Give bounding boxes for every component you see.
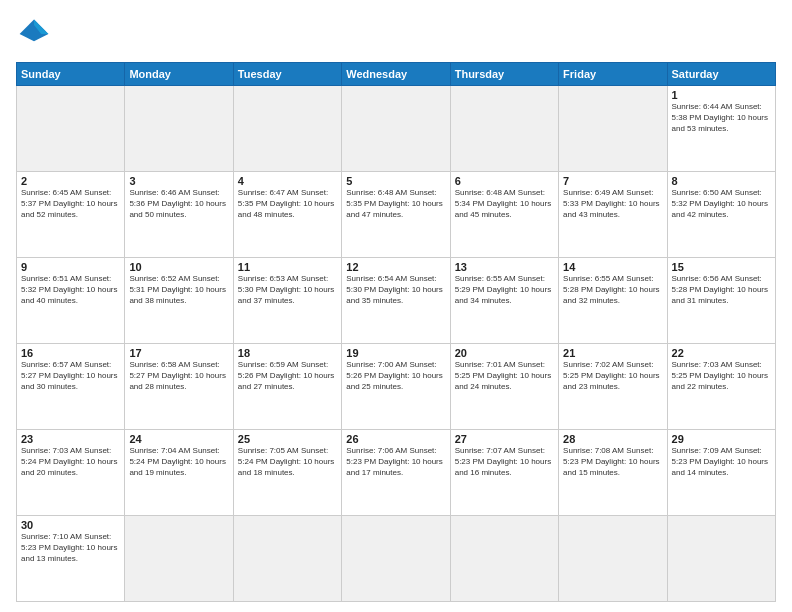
day-number: 9 xyxy=(21,261,120,273)
calendar-cell: 5Sunrise: 6:48 AM Sunset: 5:35 PM Daylig… xyxy=(342,172,450,258)
day-number: 3 xyxy=(129,175,228,187)
day-number: 5 xyxy=(346,175,445,187)
day-info: Sunrise: 7:09 AM Sunset: 5:23 PM Dayligh… xyxy=(672,446,771,478)
day-number: 29 xyxy=(672,433,771,445)
weekday-header-monday: Monday xyxy=(125,63,233,86)
header xyxy=(16,16,776,52)
day-info: Sunrise: 7:03 AM Sunset: 5:25 PM Dayligh… xyxy=(672,360,771,392)
day-info: Sunrise: 7:01 AM Sunset: 5:25 PM Dayligh… xyxy=(455,360,554,392)
day-info: Sunrise: 7:05 AM Sunset: 5:24 PM Dayligh… xyxy=(238,446,337,478)
calendar-cell xyxy=(233,516,341,602)
calendar-cell xyxy=(125,516,233,602)
calendar-cell: 22Sunrise: 7:03 AM Sunset: 5:25 PM Dayli… xyxy=(667,344,775,430)
calendar-cell xyxy=(17,86,125,172)
day-number: 2 xyxy=(21,175,120,187)
day-number: 22 xyxy=(672,347,771,359)
logo xyxy=(16,16,56,52)
day-number: 19 xyxy=(346,347,445,359)
calendar-cell xyxy=(667,516,775,602)
week-row-5: 23Sunrise: 7:03 AM Sunset: 5:24 PM Dayli… xyxy=(17,430,776,516)
calendar-cell: 19Sunrise: 7:00 AM Sunset: 5:26 PM Dayli… xyxy=(342,344,450,430)
calendar-cell xyxy=(342,86,450,172)
day-number: 1 xyxy=(672,89,771,101)
calendar-cell xyxy=(450,516,558,602)
weekday-header-sunday: Sunday xyxy=(17,63,125,86)
calendar: SundayMondayTuesdayWednesdayThursdayFrid… xyxy=(16,62,776,602)
calendar-cell: 9Sunrise: 6:51 AM Sunset: 5:32 PM Daylig… xyxy=(17,258,125,344)
day-number: 15 xyxy=(672,261,771,273)
week-row-1: 1Sunrise: 6:44 AM Sunset: 5:38 PM Daylig… xyxy=(17,86,776,172)
day-info: Sunrise: 6:48 AM Sunset: 5:34 PM Dayligh… xyxy=(455,188,554,220)
day-info: Sunrise: 6:46 AM Sunset: 5:36 PM Dayligh… xyxy=(129,188,228,220)
day-number: 11 xyxy=(238,261,337,273)
calendar-cell: 27Sunrise: 7:07 AM Sunset: 5:23 PM Dayli… xyxy=(450,430,558,516)
day-info: Sunrise: 6:54 AM Sunset: 5:30 PM Dayligh… xyxy=(346,274,445,306)
calendar-cell: 10Sunrise: 6:52 AM Sunset: 5:31 PM Dayli… xyxy=(125,258,233,344)
day-number: 25 xyxy=(238,433,337,445)
day-info: Sunrise: 7:06 AM Sunset: 5:23 PM Dayligh… xyxy=(346,446,445,478)
weekday-header-friday: Friday xyxy=(559,63,667,86)
day-number: 18 xyxy=(238,347,337,359)
day-info: Sunrise: 6:52 AM Sunset: 5:31 PM Dayligh… xyxy=(129,274,228,306)
day-info: Sunrise: 6:55 AM Sunset: 5:29 PM Dayligh… xyxy=(455,274,554,306)
calendar-cell: 14Sunrise: 6:55 AM Sunset: 5:28 PM Dayli… xyxy=(559,258,667,344)
calendar-cell: 11Sunrise: 6:53 AM Sunset: 5:30 PM Dayli… xyxy=(233,258,341,344)
day-info: Sunrise: 6:50 AM Sunset: 5:32 PM Dayligh… xyxy=(672,188,771,220)
calendar-cell: 24Sunrise: 7:04 AM Sunset: 5:24 PM Dayli… xyxy=(125,430,233,516)
week-row-6: 30Sunrise: 7:10 AM Sunset: 5:23 PM Dayli… xyxy=(17,516,776,602)
weekday-header-saturday: Saturday xyxy=(667,63,775,86)
day-info: Sunrise: 6:44 AM Sunset: 5:38 PM Dayligh… xyxy=(672,102,771,134)
day-info: Sunrise: 7:04 AM Sunset: 5:24 PM Dayligh… xyxy=(129,446,228,478)
day-number: 21 xyxy=(563,347,662,359)
week-row-4: 16Sunrise: 6:57 AM Sunset: 5:27 PM Dayli… xyxy=(17,344,776,430)
day-number: 12 xyxy=(346,261,445,273)
day-number: 6 xyxy=(455,175,554,187)
day-info: Sunrise: 6:47 AM Sunset: 5:35 PM Dayligh… xyxy=(238,188,337,220)
calendar-cell: 15Sunrise: 6:56 AM Sunset: 5:28 PM Dayli… xyxy=(667,258,775,344)
day-info: Sunrise: 7:02 AM Sunset: 5:25 PM Dayligh… xyxy=(563,360,662,392)
calendar-cell: 18Sunrise: 6:59 AM Sunset: 5:26 PM Dayli… xyxy=(233,344,341,430)
calendar-cell: 2Sunrise: 6:45 AM Sunset: 5:37 PM Daylig… xyxy=(17,172,125,258)
day-info: Sunrise: 7:08 AM Sunset: 5:23 PM Dayligh… xyxy=(563,446,662,478)
calendar-cell xyxy=(450,86,558,172)
calendar-cell: 17Sunrise: 6:58 AM Sunset: 5:27 PM Dayli… xyxy=(125,344,233,430)
day-info: Sunrise: 6:48 AM Sunset: 5:35 PM Dayligh… xyxy=(346,188,445,220)
day-info: Sunrise: 6:56 AM Sunset: 5:28 PM Dayligh… xyxy=(672,274,771,306)
calendar-cell: 16Sunrise: 6:57 AM Sunset: 5:27 PM Dayli… xyxy=(17,344,125,430)
calendar-cell: 12Sunrise: 6:54 AM Sunset: 5:30 PM Dayli… xyxy=(342,258,450,344)
weekday-header-thursday: Thursday xyxy=(450,63,558,86)
week-row-2: 2Sunrise: 6:45 AM Sunset: 5:37 PM Daylig… xyxy=(17,172,776,258)
weekday-header-row: SundayMondayTuesdayWednesdayThursdayFrid… xyxy=(17,63,776,86)
calendar-cell: 21Sunrise: 7:02 AM Sunset: 5:25 PM Dayli… xyxy=(559,344,667,430)
logo-icon xyxy=(16,16,52,52)
day-info: Sunrise: 7:03 AM Sunset: 5:24 PM Dayligh… xyxy=(21,446,120,478)
day-number: 13 xyxy=(455,261,554,273)
page: SundayMondayTuesdayWednesdayThursdayFrid… xyxy=(0,0,792,612)
day-info: Sunrise: 7:10 AM Sunset: 5:23 PM Dayligh… xyxy=(21,532,120,564)
calendar-cell xyxy=(233,86,341,172)
day-number: 27 xyxy=(455,433,554,445)
calendar-cell: 23Sunrise: 7:03 AM Sunset: 5:24 PM Dayli… xyxy=(17,430,125,516)
day-number: 28 xyxy=(563,433,662,445)
weekday-header-wednesday: Wednesday xyxy=(342,63,450,86)
calendar-cell: 28Sunrise: 7:08 AM Sunset: 5:23 PM Dayli… xyxy=(559,430,667,516)
day-info: Sunrise: 6:57 AM Sunset: 5:27 PM Dayligh… xyxy=(21,360,120,392)
calendar-cell: 29Sunrise: 7:09 AM Sunset: 5:23 PM Dayli… xyxy=(667,430,775,516)
calendar-cell xyxy=(342,516,450,602)
calendar-cell: 25Sunrise: 7:05 AM Sunset: 5:24 PM Dayli… xyxy=(233,430,341,516)
day-number: 16 xyxy=(21,347,120,359)
day-info: Sunrise: 6:49 AM Sunset: 5:33 PM Dayligh… xyxy=(563,188,662,220)
day-info: Sunrise: 6:53 AM Sunset: 5:30 PM Dayligh… xyxy=(238,274,337,306)
day-number: 30 xyxy=(21,519,120,531)
calendar-cell: 7Sunrise: 6:49 AM Sunset: 5:33 PM Daylig… xyxy=(559,172,667,258)
day-number: 24 xyxy=(129,433,228,445)
calendar-cell: 26Sunrise: 7:06 AM Sunset: 5:23 PM Dayli… xyxy=(342,430,450,516)
weekday-header-tuesday: Tuesday xyxy=(233,63,341,86)
day-info: Sunrise: 6:58 AM Sunset: 5:27 PM Dayligh… xyxy=(129,360,228,392)
calendar-cell: 13Sunrise: 6:55 AM Sunset: 5:29 PM Dayli… xyxy=(450,258,558,344)
calendar-cell xyxy=(559,516,667,602)
calendar-cell: 6Sunrise: 6:48 AM Sunset: 5:34 PM Daylig… xyxy=(450,172,558,258)
calendar-cell: 3Sunrise: 6:46 AM Sunset: 5:36 PM Daylig… xyxy=(125,172,233,258)
day-number: 23 xyxy=(21,433,120,445)
day-info: Sunrise: 6:59 AM Sunset: 5:26 PM Dayligh… xyxy=(238,360,337,392)
